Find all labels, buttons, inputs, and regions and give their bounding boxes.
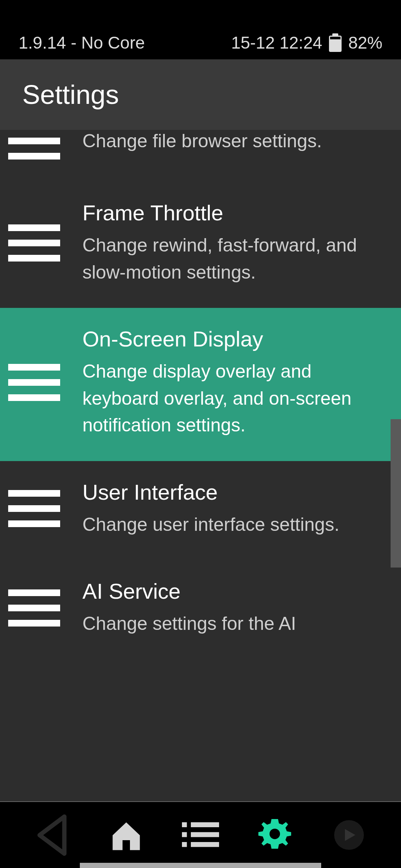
hamburger-icon: [8, 589, 60, 627]
gear-icon: [256, 816, 293, 854]
status-battery: 82%: [348, 33, 382, 53]
list-item-on-screen-display[interactable]: On-Screen Display Change display overlay…: [0, 308, 401, 461]
nav-settings-button[interactable]: [256, 816, 293, 854]
page-title: Settings: [22, 79, 119, 110]
svg-rect-1: [191, 822, 219, 827]
list-item-user-interface[interactable]: User Interface Change user interface set…: [0, 461, 401, 560]
status-right: 15-12 12:24 82%: [231, 33, 382, 53]
play-icon: [344, 828, 356, 842]
hamburger-icon: [8, 490, 60, 527]
bottom-navbar: [0, 801, 401, 868]
item-subtitle: Change settings for the AI: [82, 610, 364, 637]
item-title: User Interface: [82, 480, 364, 504]
nav-home-button[interactable]: [108, 816, 145, 854]
status-bar: 1.9.14 - No Core 15-12 12:24 82%: [0, 0, 401, 59]
header: Settings: [0, 59, 401, 130]
svg-rect-2: [182, 832, 187, 837]
item-title: AI Service: [82, 579, 364, 604]
nav-back-button[interactable]: [33, 816, 71, 854]
svg-rect-3: [191, 832, 219, 837]
item-subtitle: Change rewind, fast-forward, and slow-mo…: [82, 232, 364, 286]
list-item-file-browser[interactable]: Change file browser settings.: [0, 130, 401, 182]
hamburger-icon: [8, 224, 60, 262]
status-time: 15-12 12:24: [231, 33, 322, 53]
item-subtitle: Change file browser settings.: [82, 130, 364, 154]
nav-indicator: [80, 863, 321, 868]
scrollbar[interactable]: [391, 419, 401, 568]
svg-rect-4: [182, 842, 187, 847]
status-version: 1.9.14 - No Core: [19, 33, 145, 53]
svg-rect-0: [182, 822, 187, 827]
settings-list[interactable]: Change file browser settings. Frame Thro…: [0, 130, 401, 801]
svg-rect-5: [191, 842, 219, 847]
nav-list-button[interactable]: [182, 816, 219, 854]
hamburger-icon: [8, 130, 60, 160]
item-title: On-Screen Display: [82, 326, 364, 351]
nav-play-button[interactable]: [330, 816, 368, 854]
item-subtitle: Change user interface settings.: [82, 511, 364, 538]
item-title: Frame Throttle: [82, 200, 364, 225]
back-icon: [33, 813, 71, 857]
battery-icon: [329, 33, 342, 52]
home-icon: [108, 816, 145, 854]
list-item-ai-service[interactable]: AI Service Change settings for the AI: [0, 560, 401, 660]
list-item-frame-throttle[interactable]: Frame Throttle Change rewind, fast-forwa…: [0, 182, 401, 308]
hamburger-icon: [8, 364, 60, 401]
list-icon: [182, 821, 219, 848]
item-subtitle: Change display overlay and keyboard over…: [82, 358, 364, 439]
